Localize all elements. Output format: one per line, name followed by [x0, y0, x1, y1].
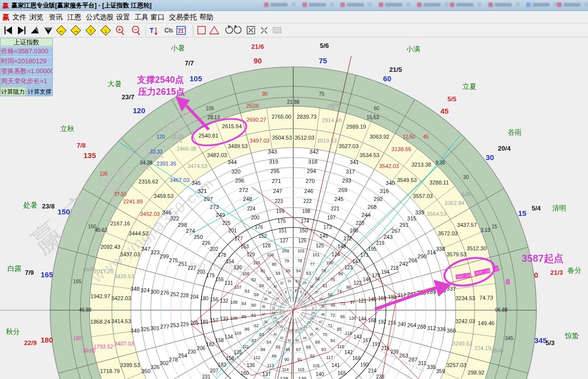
svg-text:226: 226: [202, 240, 211, 246]
svg-text:277: 277: [160, 324, 169, 330]
svg-text:200: 200: [251, 215, 260, 220]
svg-text:49: 49: [330, 303, 335, 308]
svg-text:192: 192: [378, 319, 387, 325]
svg-text:227: 227: [188, 265, 196, 271]
svg-text:40.63: 40.63: [95, 227, 107, 233]
svg-text:23/8: 23/8: [42, 202, 54, 210]
svg-text:50: 50: [328, 292, 333, 297]
svg-text:立夏: 立夏: [462, 82, 476, 90]
svg-text:273: 273: [210, 204, 219, 210]
svg-text:156: 156: [210, 297, 219, 302]
svg-text:223: 223: [275, 198, 283, 204]
svg-text:340: 340: [386, 180, 395, 186]
svg-text:3557.03: 3557.03: [413, 193, 433, 199]
svg-text:120: 120: [133, 106, 145, 115]
svg-text:24: 24: [311, 311, 315, 315]
svg-text:191: 191: [372, 342, 380, 347]
svg-text:36: 36: [262, 305, 266, 308]
svg-text:239: 239: [390, 349, 399, 355]
svg-text:175: 175: [278, 218, 286, 224]
svg-text:18.75: 18.75: [327, 103, 340, 109]
svg-text:291: 291: [399, 222, 408, 228]
svg-text:2914.46: 2914.46: [322, 117, 342, 123]
svg-text:3063.92: 3063.92: [370, 134, 390, 140]
svg-text:190: 190: [360, 362, 369, 368]
svg-text:180: 180: [40, 336, 53, 344]
svg-text:14: 14: [273, 316, 277, 320]
svg-text:15: 15: [518, 209, 527, 217]
svg-text:316: 316: [380, 188, 389, 194]
svg-text:46: 46: [315, 327, 319, 331]
svg-text:344: 344: [228, 159, 237, 165]
svg-text:122: 122: [353, 280, 362, 286]
svg-text:60: 60: [374, 106, 380, 111]
svg-text:3242.03: 3242.03: [455, 318, 475, 324]
svg-text:349: 349: [131, 328, 140, 334]
svg-text:106: 106: [242, 271, 249, 276]
svg-text:325: 325: [141, 326, 149, 332]
svg-text:194: 194: [381, 269, 390, 275]
svg-text:45: 45: [309, 333, 313, 336]
svg-text:137: 137: [263, 372, 271, 377]
svg-text:166: 166: [352, 356, 361, 361]
svg-text:1942.97: 1942.97: [91, 293, 111, 299]
svg-text:111: 111: [243, 344, 249, 349]
svg-text:20: 20: [299, 327, 303, 331]
svg-text:149: 149: [319, 233, 328, 239]
svg-text:143: 143: [353, 334, 362, 340]
svg-text:77: 77: [310, 262, 315, 267]
svg-text:支撑2540点: 支撑2540点: [137, 75, 184, 85]
svg-text:173: 173: [323, 224, 332, 230]
svg-text:44: 44: [303, 336, 307, 340]
svg-text:2316.62: 2316.62: [139, 179, 158, 185]
svg-text:196: 196: [350, 228, 358, 233]
svg-text:3512.30: 3512.30: [467, 245, 487, 251]
svg-text:72: 72: [330, 313, 335, 318]
svg-text:−: −: [134, 26, 137, 32]
svg-text:174: 174: [301, 218, 309, 224]
svg-text:292: 292: [374, 196, 383, 202]
svg-text:21/5: 21/5: [389, 66, 402, 73]
svg-text:127: 127: [280, 238, 289, 243]
svg-text:251: 251: [178, 261, 187, 267]
svg-text:34.38: 34.38: [140, 160, 152, 166]
svg-text:168: 168: [368, 318, 377, 323]
svg-text:345: 345: [534, 336, 547, 345]
svg-text:10: 10: [276, 297, 280, 300]
svg-text:147: 147: [352, 259, 361, 264]
svg-text:254: 254: [178, 353, 187, 359]
svg-text:2167.16: 2167.16: [110, 220, 130, 226]
svg-text:105: 105: [206, 106, 214, 111]
svg-text:15: 15: [276, 321, 280, 324]
svg-text:124: 124: [331, 252, 340, 257]
svg-text:3429.53: 3429.53: [114, 273, 134, 279]
svg-text:13: 13: [272, 311, 276, 315]
svg-text:264: 264: [407, 322, 416, 328]
svg-text:45: 45: [441, 107, 449, 115]
svg-text:338: 338: [436, 246, 445, 252]
svg-text:23: 23: [310, 316, 314, 320]
svg-text:3362.84: 3362.84: [444, 200, 464, 206]
svg-text:83: 83: [245, 289, 250, 294]
svg-text:47: 47: [319, 320, 323, 324]
svg-text:65: 65: [276, 345, 281, 350]
svg-text:359: 359: [436, 368, 445, 374]
svg-text:145: 145: [368, 297, 377, 302]
svg-text:小暑: 小暑: [171, 44, 185, 52]
svg-text:7: 7: [290, 289, 292, 292]
svg-text:92: 92: [310, 354, 315, 359]
svg-text:197: 197: [327, 215, 336, 220]
svg-text:245: 245: [334, 196, 343, 202]
svg-text:220: 220: [356, 220, 364, 226]
svg-text:3138.65: 3138.65: [392, 146, 412, 152]
svg-text:336: 336: [437, 326, 446, 332]
svg-text:T: T: [149, 26, 154, 34]
svg-text:43: 43: [295, 339, 299, 342]
svg-text:96.88: 96.88: [495, 307, 507, 313]
svg-text:秋分: 秋分: [6, 328, 20, 336]
svg-text:立秋: 立秋: [60, 125, 74, 133]
svg-text:89: 89: [272, 354, 277, 359]
svg-text:321: 321: [198, 188, 207, 194]
svg-text:205: 205: [190, 320, 199, 326]
svg-text:25.00: 25.00: [246, 103, 259, 109]
